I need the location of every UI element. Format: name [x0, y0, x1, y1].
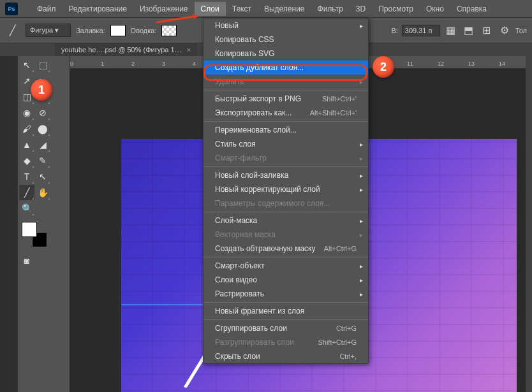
menu-item[interactable]: Новый корректирующий слой	[203, 182, 368, 196]
fill-label: Заливка:	[76, 27, 105, 34]
tool-7[interactable]: ⊘	[35, 105, 50, 120]
width-label: В:	[391, 27, 397, 34]
close-icon[interactable]: ×	[187, 46, 191, 54]
menu-item[interactable]: Слои видео	[203, 273, 368, 287]
stroke-label: Оводка:	[131, 27, 157, 34]
pathops-icon[interactable]: ⊞	[480, 24, 494, 38]
fill-swatch[interactable]	[110, 25, 126, 36]
menu-item[interactable]: Копировать SVG	[203, 47, 368, 61]
tool-11[interactable]: ◢	[35, 137, 50, 152]
quickmask-icon[interactable]: ◙	[19, 253, 34, 268]
tool-8[interactable]: 🖌	[19, 121, 34, 136]
menu-item: Удалить	[203, 75, 368, 89]
ruler-tick: 0	[70, 61, 73, 67]
menu-item[interactable]: Копировать CSS	[203, 33, 368, 47]
menu-редактирование[interactable]: Редактирование	[63, 2, 133, 16]
tool-13[interactable]: ✎	[35, 153, 50, 168]
fg-bg-swatch[interactable]	[22, 222, 47, 247]
menu-окно[interactable]: Окно	[420, 2, 450, 16]
tool-9[interactable]: ⬤	[35, 121, 50, 136]
menu-item: Смарт-фильтр	[203, 151, 368, 165]
document-tab[interactable]: youtube he….psd @ 50% (Фигура 1…×	[55, 43, 197, 56]
menu-выделение[interactable]: Выделение	[258, 2, 311, 16]
menu-item[interactable]: Смарт-объект	[203, 259, 368, 273]
layers-menu-dropdown: НовыйКопировать CSSКопировать SVGСоздать…	[203, 18, 369, 364]
tool-12[interactable]: ◆	[19, 153, 34, 168]
menu-item[interactable]: Новый	[203, 18, 368, 33]
menu-item[interactable]: Новый слой-заливка	[203, 168, 368, 182]
tool-10[interactable]: ▲	[19, 137, 34, 152]
tool-0[interactable]: ↖	[19, 57, 34, 73]
stroke-swatch[interactable]	[161, 25, 177, 36]
tool-17[interactable]: ✋	[35, 185, 50, 200]
right-panel-strip	[526, 43, 532, 392]
ruler-tick: 1	[101, 61, 104, 67]
menu-файл[interactable]: Файл	[31, 2, 63, 16]
gear-icon[interactable]: ⚙	[498, 24, 512, 38]
menu-просмотр[interactable]: Просмотр	[372, 2, 420, 16]
ruler-tick: 14	[499, 61, 505, 67]
menu-item[interactable]: Скрыть слоиCtrl+,	[203, 349, 368, 363]
tool-14[interactable]: T	[19, 169, 34, 184]
ruler-vertical	[52, 56, 70, 392]
menu-фильтр[interactable]: Фильтр	[311, 2, 350, 16]
ruler-tick: 13	[468, 61, 475, 67]
tool-16[interactable]: ╱	[19, 185, 34, 200]
ruler-tick: 11	[407, 61, 413, 67]
menu-слои[interactable]: Слои	[195, 2, 226, 16]
toolbox: ↖⬚↗✂◫✐◉⊘🖌⬤▲◢◆✎T↖╱✋🔍◙	[18, 56, 52, 392]
tool-18[interactable]: 🔍	[19, 201, 34, 216]
ruler-tick: 2	[131, 61, 135, 67]
app-logo: Ps	[5, 3, 18, 15]
menu-изображение[interactable]: Изображение	[133, 2, 195, 16]
menu-текст[interactable]: Текст	[226, 2, 258, 16]
left-collapsed-panel	[0, 56, 18, 392]
callout-2: 2	[373, 56, 394, 78]
ruler-tick: 12	[438, 61, 444, 67]
menu-item[interactable]: Стиль слоя	[203, 137, 368, 151]
align-icon[interactable]: ▦	[444, 24, 458, 38]
menu-item: Векторная маска	[203, 228, 368, 242]
callout-1: 1	[31, 79, 52, 101]
width-field[interactable]: 309.31 п	[402, 25, 440, 36]
menu-item[interactable]: Создать обтравочную маскуAlt+Ctrl+G	[203, 242, 368, 256]
menu-item: Параметры содержимого слоя...	[203, 196, 368, 210]
menu-item[interactable]: Сгруппировать слоиCtrl+G	[203, 321, 368, 335]
menu-item: Разгруппировать слоиShift+Ctrl+G	[203, 335, 368, 349]
menu-справка[interactable]: Справка	[450, 2, 493, 16]
ruler-tick: 4	[193, 61, 196, 67]
menu-item[interactable]: Быстрый экспорт в PNGShift+Ctrl+'	[203, 92, 368, 106]
menu-item[interactable]: Слой-маска	[203, 214, 368, 228]
menu-item[interactable]: Создать дубликат слоя...	[203, 61, 368, 75]
menu-item[interactable]: Экспортировать как...Alt+Shift+Ctrl+'	[203, 106, 368, 120]
menu-item[interactable]: Новый фрагмент из слоя	[203, 304, 368, 318]
thickness-label: Тол	[515, 27, 527, 34]
ruler-tick: 3	[162, 61, 165, 67]
tool-15[interactable]: ↖	[35, 169, 50, 184]
menu-item[interactable]: Переименовать слой...	[203, 123, 368, 137]
tool-6[interactable]: ◉	[19, 105, 34, 120]
menu-3d[interactable]: 3D	[350, 2, 372, 16]
tool-preset-icon[interactable]: ╱	[5, 23, 20, 38]
arrange-icon[interactable]: ⬒	[462, 24, 476, 38]
menu-item[interactable]: Растрировать	[203, 287, 368, 301]
menubar: Ps ФайлРедактированиеИзображениеСлоиТекс…	[0, 0, 532, 18]
shape-mode-select[interactable]: Фигура ▾	[26, 24, 71, 37]
tool-1[interactable]: ⬚	[35, 57, 50, 73]
